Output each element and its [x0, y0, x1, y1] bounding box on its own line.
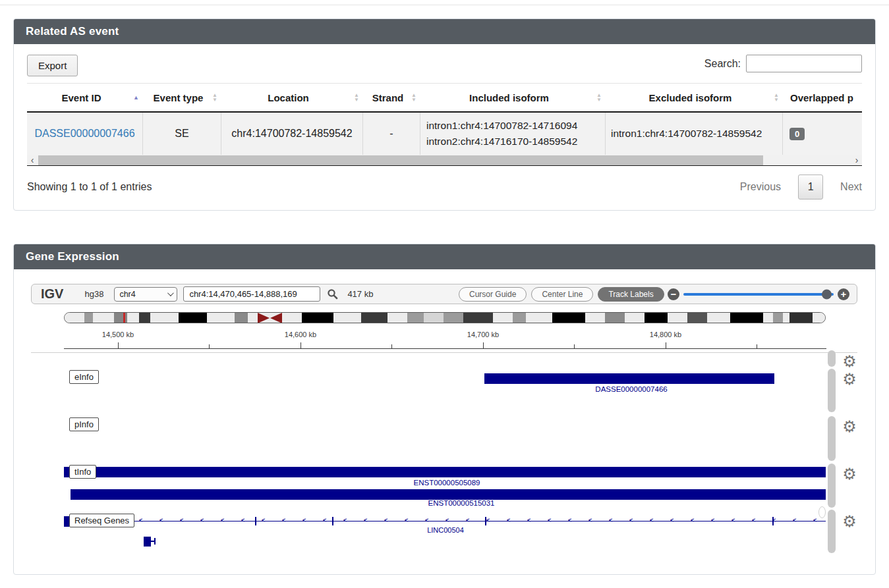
column-header-event-type[interactable]: Event type ▲▼ [142, 92, 221, 103]
search-input[interactable] [746, 55, 862, 72]
strand-arrow-icon: < [527, 517, 531, 523]
center-line-button[interactable]: Center Line [531, 287, 593, 302]
chromosome-select[interactable]: chr4 [114, 287, 177, 302]
strand-arrow-icon: < [588, 517, 592, 523]
track-label-einfo: eInfo [69, 370, 99, 384]
pagination: Previous 1 Next [740, 174, 862, 200]
view-position-marker [123, 313, 125, 323]
strand-arrow-icon: < [568, 517, 571, 523]
strand-arrow-icon: < [711, 517, 714, 523]
feature-bar-dasse[interactable] [484, 373, 774, 384]
strand-arrow-icon: < [200, 517, 204, 523]
ideogram-band [333, 313, 361, 323]
previous-button[interactable]: Previous [740, 181, 781, 193]
cell-strand: - [362, 113, 420, 155]
ideogram-band [813, 313, 826, 323]
next-button[interactable]: Next [840, 181, 862, 193]
track-drag-handle[interactable] [828, 510, 836, 553]
strand-arrow-icon: < [466, 517, 469, 523]
column-header-strand[interactable]: Strand ▲▼ [362, 92, 420, 103]
track-labels-button[interactable]: Track Labels [598, 287, 664, 302]
ruler-baseline[interactable] [64, 348, 826, 349]
strand-arrow-icon: < [691, 517, 694, 523]
ruler-tick-label: 14,800 kb [636, 331, 695, 338]
ideogram-band [302, 313, 333, 323]
scroll-right-arrow-icon[interactable]: › [851, 155, 862, 165]
cursor-guide-button[interactable]: Cursor Guide [459, 287, 527, 302]
refseq-exon-tick [772, 517, 774, 525]
ideogram-band [707, 313, 730, 323]
gear-icon[interactable]: ⚙ [841, 353, 858, 370]
genome-label: hg38 [84, 289, 103, 299]
panel-body: Export Search: Event ID ▲ Event type ▲▼ [14, 44, 875, 209]
ideogram-band [605, 313, 625, 323]
event-id-link[interactable]: DASSE00000007466 [34, 128, 134, 140]
strand-arrow-icon: < [221, 517, 224, 523]
table-row: DASSE00000007466 SE chr4:14700782-148595… [27, 113, 862, 155]
track-label-refseq-genes: Refseq Genes [69, 514, 134, 527]
ideogram-band [783, 313, 789, 323]
refseq-exon-tick [154, 538, 156, 545]
resize-handle[interactable] [818, 506, 826, 518]
ideogram-band [730, 313, 763, 323]
zoom-controls: − + [668, 288, 849, 300]
cell-event-type: SE [142, 113, 221, 155]
search-label: Search: [704, 58, 741, 70]
gear-icon[interactable]: ⚙ [841, 371, 858, 388]
feature-label-enst505089: ENST00000505089 [394, 479, 500, 487]
entries-info: Showing 1 to 1 of 1 entries [27, 181, 152, 193]
ideogram-band [668, 313, 687, 323]
ideogram[interactable] [64, 312, 826, 323]
panel-title: Gene Expression [14, 244, 875, 269]
strand-arrow-icon: < [302, 517, 306, 523]
refseq-exon-tick [255, 517, 256, 525]
page-1-button[interactable]: 1 [798, 174, 823, 200]
ideogram-band [235, 313, 248, 323]
locus-input[interactable] [183, 286, 320, 302]
feature-label-dasse: DASSE00000007466 [579, 385, 684, 393]
igv-toolbar: IGV hg38 chr4 417 kb Cursor Guide Center [31, 284, 857, 304]
column-header-excluded-isoform[interactable]: Excluded isoform ▲▼ [605, 92, 782, 103]
strand-arrow-icon: < [813, 517, 817, 523]
track-area-divider [31, 352, 857, 353]
scroll-left-arrow-icon[interactable]: ‹ [27, 155, 38, 165]
table-horizontal-scrollbar[interactable]: ‹ › [27, 155, 862, 166]
track-drag-handle[interactable] [828, 350, 836, 367]
strand-arrow-icon: < [241, 517, 244, 523]
zoom-slider-knob[interactable] [822, 289, 832, 299]
feature-bar-enst515031[interactable] [71, 489, 826, 500]
column-header-overlapped[interactable]: Overlapped p [782, 92, 862, 103]
track-drag-handle[interactable] [828, 416, 836, 461]
refseq-exon-tick [485, 517, 486, 525]
zoom-slider[interactable] [683, 293, 834, 296]
ideogram-band [585, 313, 605, 323]
panel-title: Related AS event [14, 19, 875, 44]
ideogram-band [139, 313, 150, 323]
export-button[interactable]: Export [27, 55, 78, 76]
ideogram-band [93, 313, 114, 323]
feature-bar-enst505089[interactable] [64, 467, 826, 477]
zoom-out-button[interactable]: − [668, 288, 679, 300]
strand-arrow-icon: < [793, 517, 796, 523]
column-header-event-id[interactable]: Event ID ▲ [27, 92, 142, 103]
cell-overlapped: 0 [782, 113, 862, 155]
scrollbar-thumb[interactable] [38, 155, 763, 165]
column-header-included-isoform[interactable]: Included isoform ▲▼ [420, 92, 605, 103]
ideogram-band [763, 313, 773, 323]
ideogram-band [248, 313, 258, 323]
strand-arrow-icon: < [364, 517, 367, 523]
ideogram-band [150, 313, 179, 323]
ideogram-band [424, 313, 444, 323]
gear-icon[interactable]: ⚙ [841, 513, 858, 530]
ideogram-band [789, 313, 813, 323]
chevron-down-icon [167, 290, 174, 296]
strand-arrow-icon: < [425, 517, 428, 523]
sort-icon: ▲▼ [354, 93, 359, 102]
gear-icon[interactable]: ⚙ [841, 418, 858, 435]
track-drag-handle[interactable] [828, 464, 836, 508]
track-drag-handle[interactable] [828, 369, 836, 412]
column-header-location[interactable]: Location ▲▼ [221, 92, 362, 103]
zoom-in-button[interactable]: + [838, 288, 849, 300]
gear-icon[interactable]: ⚙ [841, 466, 858, 483]
search-icon[interactable] [327, 288, 338, 300]
